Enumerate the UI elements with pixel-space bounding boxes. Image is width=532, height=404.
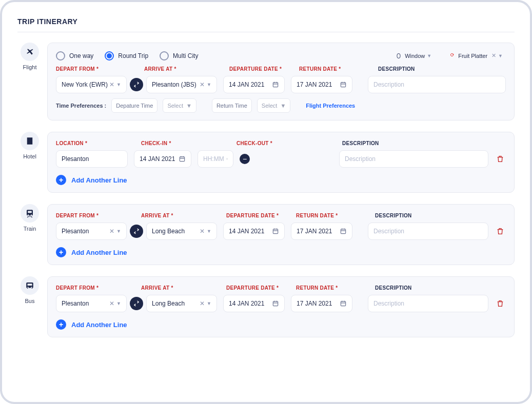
card-hotel: LOCATION CHECK-IN CHECK-OUT DESCRIPTION …	[47, 132, 515, 193]
ret-date-value: 17 JAN 2021	[297, 81, 332, 88]
train-icon	[21, 204, 39, 223]
swap-icon	[133, 300, 140, 307]
radio-multi-city[interactable]: Multi City	[160, 51, 198, 60]
dep-date-value: 14 JAN 2021	[229, 300, 264, 307]
arrive-at-value: Plesanton (JBS)	[152, 81, 196, 88]
meal-pref-tag[interactable]: Fruit Platter ✕ ▼	[446, 50, 506, 61]
card-flight: One way Round Trip Multi City Window ▼ F…	[47, 43, 515, 120]
swap-icon	[133, 81, 140, 88]
desc-input[interactable]: Description	[339, 150, 488, 168]
desc-placeholder: Description	[373, 81, 404, 88]
flight-pref-link[interactable]: Flight Preferences	[306, 103, 355, 109]
arrive-at-input[interactable]: Long Beach ✕▼	[146, 223, 217, 240]
arrive-at-input[interactable]: Long Beach ✕▼	[146, 295, 217, 312]
dep-date-value: 14 JAN 2021	[229, 228, 264, 235]
remove-time-button[interactable]: −	[240, 154, 250, 164]
lbl-desc: DESCRIPTION	[378, 66, 506, 72]
ret-date-input[interactable]: 17 JAN 2021	[291, 223, 352, 240]
add-line-label: Add Another Line	[71, 321, 127, 329]
desc-placeholder: Description	[373, 228, 404, 235]
dep-date-value: 14 JAN 2021	[229, 81, 264, 88]
train-inputs: Plesanton ✕▼ Long Beach ✕▼ 14 JAN 2021 1…	[56, 223, 506, 240]
add-line-button[interactable]: + Add Another Line	[56, 247, 506, 257]
lbl-depart: DEPART FROM	[56, 285, 133, 291]
hhmm-placeholder: HH:MM	[203, 155, 224, 163]
plus-icon: +	[56, 247, 66, 257]
trash-icon	[496, 227, 504, 235]
delete-row-button[interactable]	[495, 227, 506, 235]
rail-label-train: Train	[24, 226, 36, 232]
dep-time-select[interactable]: Select▼	[163, 98, 196, 113]
delete-row-button[interactable]	[495, 299, 506, 308]
arrive-at-input[interactable]: Plesanton (JBS) ✕▼	[146, 76, 217, 93]
clear-icon[interactable]: ✕	[109, 81, 114, 88]
section-train: Train DEPART FROM ARRIVE AT DEPARTURE DA…	[17, 204, 515, 265]
rail-train: Train	[17, 204, 42, 232]
lbl-dep-date: DEPARTURE DATE	[226, 285, 288, 291]
add-line-button[interactable]: + Add Another Line	[56, 175, 506, 185]
card-train: DEPART FROM ARRIVE AT DEPARTURE DATE RET…	[47, 204, 515, 265]
ret-date-value: 17 JAN 2021	[297, 228, 332, 235]
swap-icon	[133, 228, 140, 235]
bus-inputs: Plesanton ✕▼ Long Beach ✕▼ 14 JAN 2021 1…	[56, 295, 506, 312]
lbl-checkin: CHECK-IN	[141, 140, 228, 146]
clear-icon[interactable]: ✕	[200, 81, 205, 88]
clear-icon[interactable]: ✕	[200, 228, 205, 235]
svg-rect-0	[397, 53, 400, 58]
meal-pref-label: Fruit Platter	[458, 53, 487, 59]
time-pref-label: Time Preferences :	[56, 103, 106, 109]
lbl-desc: DESCRIPTION	[342, 140, 506, 146]
radio-round-trip[interactable]: Round Trip	[105, 51, 148, 60]
clear-icon[interactable]: ✕	[109, 228, 114, 235]
depart-from-input[interactable]: Plesanton ✕▼	[56, 295, 127, 312]
rail-flight: Flight	[17, 43, 42, 70]
swap-button[interactable]	[130, 225, 143, 238]
swap-button[interactable]	[130, 78, 143, 91]
svg-rect-2	[273, 83, 278, 87]
desc-input[interactable]: Description	[368, 223, 488, 240]
svg-rect-7	[341, 229, 345, 234]
lbl-desc: DESCRIPTION	[375, 213, 506, 218]
depart-from-input[interactable]: Plesanton ✕▼	[56, 223, 127, 240]
checkin-time-input[interactable]: HH:MM	[198, 150, 233, 168]
page-title: TRIP ITINERARY	[17, 17, 515, 26]
svg-rect-6	[273, 229, 278, 234]
add-line-label: Add Another Line	[71, 176, 127, 184]
radio-one-way[interactable]: One way	[56, 51, 93, 60]
calendar-icon	[340, 81, 347, 88]
chevron-down-icon: ▼	[207, 229, 211, 234]
calendar-icon	[272, 228, 279, 235]
checkin-date-input[interactable]: 14 JAN 2021	[134, 150, 191, 168]
swap-button[interactable]	[130, 297, 143, 310]
dep-date-input[interactable]: 14 JAN 2021	[223, 295, 285, 312]
desc-input[interactable]: Description	[368, 295, 488, 312]
add-line-button[interactable]: + Add Another Line	[56, 319, 506, 330]
lbl-dep-date: DEPARTURE DATE	[229, 66, 291, 72]
select-placeholder: Select	[262, 103, 278, 109]
depart-from-value: New York (EWR)	[62, 81, 108, 88]
dep-date-input[interactable]: 14 JAN 2021	[223, 223, 285, 240]
clear-meal-icon[interactable]: ✕	[491, 52, 496, 59]
svg-rect-3	[341, 83, 345, 87]
delete-row-button[interactable]	[495, 155, 506, 163]
chevron-down-icon: ▼	[427, 53, 431, 58]
dep-date-input[interactable]: 14 JAN 2021	[223, 76, 285, 93]
ret-date-input[interactable]: 17 JAN 2021	[291, 76, 352, 93]
desc-input[interactable]: Description	[368, 76, 506, 93]
clear-icon[interactable]: ✕	[109, 300, 114, 307]
ret-date-input[interactable]: 17 JAN 2021	[291, 295, 352, 312]
seat-pref-label: Window	[405, 53, 425, 59]
ret-time-select[interactable]: Select▼	[257, 98, 290, 113]
bus-icon	[21, 276, 39, 295]
hotel-icon	[21, 132, 39, 150]
clock-icon	[226, 156, 228, 162]
arrive-at-value: Long Beach	[152, 228, 185, 235]
calendar-icon	[340, 300, 347, 307]
location-input[interactable]: Plesanton	[56, 150, 128, 168]
arrive-at-value: Long Beach	[152, 300, 185, 307]
seat-pref-tag[interactable]: Window ▼	[392, 51, 435, 61]
clear-icon[interactable]: ✕	[200, 300, 205, 307]
depart-from-input[interactable]: New York (EWR) ✕▼	[56, 76, 127, 93]
lbl-location: LOCATION	[56, 140, 133, 146]
svg-rect-9	[341, 301, 345, 306]
